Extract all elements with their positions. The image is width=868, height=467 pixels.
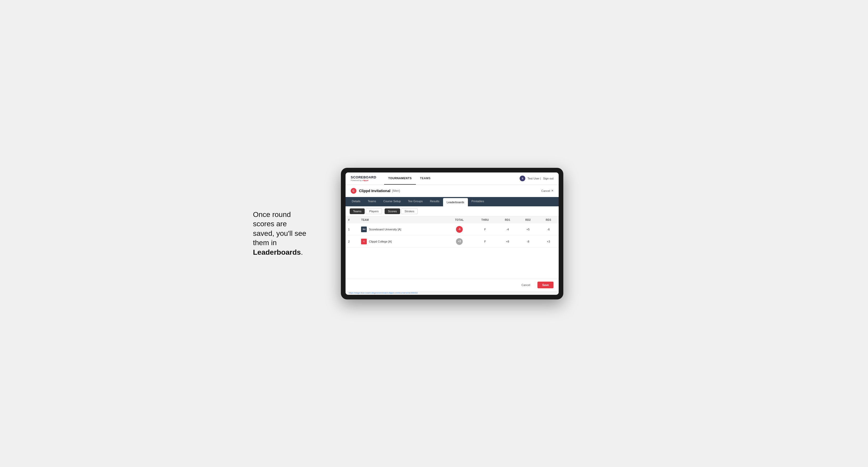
nav-tournaments[interactable]: TOURNAMENTS <box>384 173 416 185</box>
team-name: Clippd College [A] <box>369 240 392 243</box>
save-button[interactable]: Save <box>537 282 554 288</box>
col-thru: THRU <box>473 216 497 223</box>
rd1-cell: +8 <box>497 235 518 247</box>
total-cell: +3 <box>446 235 473 247</box>
score-badge-red: -5 <box>456 226 463 233</box>
thru-cell: F <box>473 223 497 236</box>
app-logo: SCOREBOARD Powered by clippd <box>351 175 376 182</box>
content-spacer <box>345 248 559 279</box>
tab-leaderboards[interactable]: Leaderboards <box>443 198 468 206</box>
team-logo-scoreboard: SU <box>361 226 367 232</box>
tab-printables[interactable]: Printables <box>468 197 488 206</box>
status-bar: https://stage-blue-coach.stagescorecboar… <box>345 291 559 295</box>
subtab-strokes[interactable]: Strokes <box>401 209 417 214</box>
sub-tabs-bar: Teams Players Scores Strokes <box>345 206 559 216</box>
tab-teams[interactable]: Teams <box>364 197 380 206</box>
rd3-cell: +3 <box>538 235 559 247</box>
tournament-logo-letter: C <box>352 189 354 192</box>
subtab-players[interactable]: Players <box>366 209 382 214</box>
col-rd1: RD1 <box>497 216 518 223</box>
user-avatar: S <box>520 176 525 181</box>
rd2-cell: -8 <box>518 235 538 247</box>
tournament-header: C Clippd Invitational (Men) Cancel ✕ <box>345 185 559 197</box>
table-header: # TEAM TOTAL THRU RD1 RD2 RD3 <box>345 216 559 223</box>
tablet-screen: SCOREBOARD Powered by clippd TOURNAMENTS… <box>345 173 559 295</box>
team-logo-clippd: C <box>361 239 367 244</box>
table-row: 1 SU Scoreboard University [A] -5 F -4 <box>345 223 559 236</box>
page-wrapper: Once round scores are saved, you'll see … <box>253 168 615 300</box>
logo-text: SCOREBOARD <box>351 175 376 179</box>
subtab-scores[interactable]: Scores <box>384 209 400 214</box>
nav-right-section: S Test User | Sign out <box>520 176 554 181</box>
col-rank: # <box>345 216 359 223</box>
footer-bar: Cancel Save <box>345 279 559 291</box>
subtab-teams[interactable]: Teams <box>350 209 365 214</box>
sign-out-link[interactable]: Sign out <box>543 177 554 180</box>
left-line2: scores are <box>253 220 287 228</box>
cancel-label: Cancel <box>541 189 550 192</box>
col-team: TEAM <box>359 216 446 223</box>
rank-cell: 1 <box>345 223 359 236</box>
tournament-gender: (Men) <box>392 189 400 193</box>
user-name: Test User | <box>527 177 541 180</box>
table-row: 2 C Clippd College [A] +3 F +8 -8 <box>345 235 559 247</box>
status-url: https://stage-blue-coach.stagescorecboar… <box>349 292 418 294</box>
col-total: TOTAL <box>446 216 473 223</box>
col-rd3: RD3 <box>538 216 559 223</box>
tab-details[interactable]: Details <box>348 197 364 206</box>
team-name: Scoreboard University [A] <box>369 228 401 231</box>
left-line4: them in <box>253 239 277 247</box>
left-line3: saved, you'll see <box>253 229 306 238</box>
powered-by-text: Powered by clippd <box>351 179 376 182</box>
cancel-button-footer[interactable]: Cancel <box>517 282 535 288</box>
col-rd2: RD2 <box>518 216 538 223</box>
rank-cell: 2 <box>345 235 359 247</box>
top-navigation: SCOREBOARD Powered by clippd TOURNAMENTS… <box>345 173 559 185</box>
tournament-logo: C <box>351 188 356 194</box>
table-body: 1 SU Scoreboard University [A] -5 F -4 <box>345 223 559 248</box>
tabs-bar: Details Teams Course Setup Tee Groups Re… <box>345 197 559 206</box>
nav-teams[interactable]: TEAMS <box>416 173 435 185</box>
team-cell: C Clippd College [A] <box>359 235 446 247</box>
cancel-button-header[interactable]: Cancel ✕ <box>541 189 554 192</box>
tab-results[interactable]: Results <box>426 197 443 206</box>
total-cell: -5 <box>446 223 473 236</box>
rd3-cell: -6 <box>538 223 559 236</box>
score-badge-gray: +3 <box>456 238 463 245</box>
tab-tee-groups[interactable]: Tee Groups <box>404 197 426 206</box>
close-icon: ✕ <box>551 189 554 192</box>
team-cell: SU Scoreboard University [A] <box>359 223 446 236</box>
tablet-device: SCOREBOARD Powered by clippd TOURNAMENTS… <box>341 168 563 300</box>
user-initial: S <box>522 177 523 180</box>
left-line5: Leaderboards <box>253 248 301 256</box>
thru-cell: F <box>473 235 497 247</box>
left-line6: . <box>301 248 303 256</box>
tournament-title: Clippd Invitational <box>359 189 390 193</box>
left-text-block: Once round scores are saved, you'll see … <box>253 210 326 257</box>
rd1-cell: -4 <box>497 223 518 236</box>
tab-course-setup[interactable]: Course Setup <box>380 197 404 206</box>
rd2-cell: +5 <box>518 223 538 236</box>
leaderboard-table: # TEAM TOTAL THRU RD1 RD2 RD3 1 <box>345 216 559 248</box>
main-nav: TOURNAMENTS TEAMS <box>384 173 435 185</box>
left-line1: Once round <box>253 211 291 218</box>
brand-name: clippd <box>362 179 368 182</box>
